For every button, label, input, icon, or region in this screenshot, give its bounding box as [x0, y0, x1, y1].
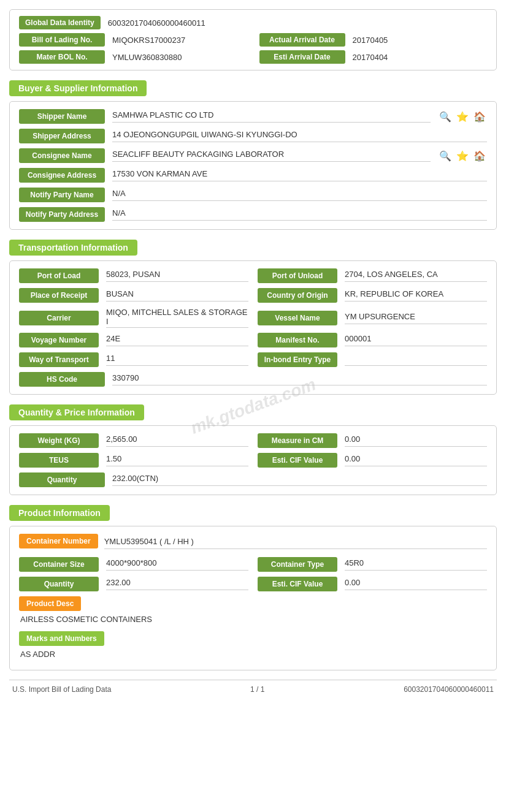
- port-of-unload-col: Port of Unload 2704, LOS ANGELES, CA: [258, 268, 487, 283]
- container-type-col: Container Type 45R0: [258, 557, 487, 572]
- bill-of-lading-value: MIQOKRS17000237: [112, 36, 185, 45]
- voyage-manifest-row: Voyage Number 24E Manifest No. 000001: [19, 333, 487, 347]
- product-quantity-label: Quantity: [19, 577, 99, 591]
- consignee-name-icons: 🔍 ⭐ 🏠: [435, 148, 487, 163]
- esti-arrival-date-pair: Esti Arrival Date 20170404: [259, 50, 488, 64]
- measure-col: Measure in CM 0.00: [258, 433, 487, 448]
- global-data-identity-row: Global Data Identity 6003201704060000460…: [19, 16, 487, 29]
- container-type-value: 45R0: [345, 558, 487, 571]
- shipper-name-value: SAMHWA PLASTIC CO LTD: [112, 110, 431, 123]
- footer-center: 1 / 1: [250, 685, 264, 694]
- notify-party-address-label: Notify Party Address: [19, 207, 105, 222]
- home-icon[interactable]: 🏠: [472, 109, 487, 124]
- manifest-no-col: Manifest No. 000001: [258, 333, 487, 347]
- voyage-number-value: 24E: [106, 334, 248, 346]
- quantity-row: Quantity 232.00(CTN): [19, 472, 487, 487]
- container-number-label[interactable]: Container Number: [19, 534, 98, 548]
- notify-party-name-label: Notify Party Name: [19, 188, 105, 202]
- master-bol-row: Mater BOL No. YMLUW360830880 Esti Arriva…: [19, 50, 487, 64]
- product-info-section: Product Information Container Number YML…: [9, 504, 497, 670]
- footer-right: 6003201704060000460011: [404, 685, 494, 694]
- port-of-load-label: Port of Load: [19, 268, 99, 283]
- hs-code-row: HS Code 330790: [19, 372, 487, 387]
- quantity-price-title-wrapper: Quantity & Price Information: [9, 404, 497, 419]
- notify-party-name-value: N/A: [112, 189, 487, 201]
- product-esti-cif-label: Esti. CIF Value: [258, 577, 337, 591]
- notify-party-address-row: Notify Party Address N/A: [19, 207, 487, 222]
- buyer-supplier-title-wrapper: Buyer & Supplier Information: [9, 80, 497, 95]
- consignee-address-label: Consignee Address: [19, 168, 105, 183]
- marks-numbers-value: AS ADDR: [19, 650, 487, 659]
- star-icon-2[interactable]: ⭐: [455, 148, 470, 163]
- marks-numbers-label[interactable]: Marks and Numbers: [19, 631, 104, 646]
- country-of-origin-label: Country of Origin: [258, 288, 337, 303]
- identity-section: Global Data Identity 6003201704060000460…: [9, 9, 497, 70]
- consignee-address-value: 17530 VON KARMAN AVE: [112, 169, 487, 181]
- country-of-origin-value: KR, REPUBLIC OF KOREA: [345, 289, 487, 302]
- shipper-name-label: Shipper Name: [19, 109, 105, 124]
- port-of-unload-value: 2704, LOS ANGELES, CA: [345, 270, 487, 282]
- transportation-info: Port of Load 58023, PUSAN Port of Unload…: [9, 260, 497, 395]
- carrier-col: Carrier MIQO, MITCHELL SALES & STORAGE I: [19, 308, 248, 328]
- teus-label: TEUS: [19, 453, 99, 468]
- buyer-supplier-title: Buyer & Supplier Information: [9, 80, 147, 96]
- quantity-price-section: Quantity & Price Information Weight (KG)…: [9, 404, 497, 495]
- star-icon[interactable]: ⭐: [455, 109, 470, 124]
- port-row: Port of Load 58023, PUSAN Port of Unload…: [19, 268, 487, 283]
- quantity-price-title: Quantity & Price Information: [9, 404, 144, 420]
- way-of-transport-label: Way of Transport: [19, 352, 99, 367]
- weight-label: Weight (KG): [19, 433, 99, 448]
- carrier-label: Carrier: [19, 311, 99, 325]
- voyage-number-label: Voyage Number: [19, 333, 99, 347]
- weight-measure-row: Weight (KG) 2,565.00 Measure in CM 0.00: [19, 433, 487, 448]
- consignee-name-label: Consignee Name: [19, 148, 105, 163]
- shipper-name-icons: 🔍 ⭐ 🏠: [435, 109, 487, 124]
- vessel-name-value: YM UPSURGENCE: [345, 312, 487, 324]
- actual-arrival-date-pair: Actual Arrival Date 20170405: [259, 33, 488, 47]
- transport-inbond-row: Way of Transport 11 In-bond Entry Type: [19, 352, 487, 367]
- esti-cif-value-value: 0.00: [345, 454, 487, 466]
- master-bol-value: YMLUW360830880: [112, 53, 182, 62]
- shipper-address-row: Shipper Address 14 OJEONGONGUPGIL UIWANG…: [19, 129, 487, 143]
- master-bol-pair: Mater BOL No. YMLUW360830880: [19, 50, 247, 64]
- place-of-receipt-col: Place of Receipt BUSAN: [19, 288, 248, 303]
- container-size-col: Container Size 4000*900*800: [19, 557, 248, 572]
- quantity-label: Quantity: [19, 472, 105, 487]
- product-info-title: Product Information: [9, 505, 110, 521]
- esti-arrival-date-value: 20170404: [353, 53, 388, 62]
- hs-code-value: 330790: [112, 373, 487, 385]
- teus-col: TEUS 1.50: [19, 453, 248, 468]
- in-bond-entry-label: In-bond Entry Type: [258, 352, 337, 367]
- bill-of-lading-row: Bill of Lading No. MIQOKRS17000237 Actua…: [19, 33, 487, 47]
- esti-arrival-date-label: Esti Arrival Date: [259, 50, 345, 64]
- home-icon-2[interactable]: 🏠: [472, 148, 487, 163]
- product-desc-value: AIRLESS COSMETIC CONTAINERS: [19, 615, 487, 624]
- teus-value: 1.50: [106, 454, 248, 466]
- product-quantity-col: Quantity 232.00: [19, 577, 248, 591]
- search-icon[interactable]: 🔍: [438, 109, 453, 124]
- buyer-supplier-info: Shipper Name SAMHWA PLASTIC CO LTD 🔍 ⭐ 🏠…: [9, 101, 497, 230]
- shipper-address-value: 14 OJEONGONGUPGIL UIWANG-SI KYUNGGI-DO: [112, 130, 487, 142]
- place-of-receipt-value: BUSAN: [106, 289, 248, 302]
- transportation-section: Transportation Information Port of Load …: [9, 239, 497, 395]
- page-footer: U.S. Import Bill of Lading Data 1 / 1 60…: [9, 680, 497, 694]
- product-info-content: Container Number YMLU5395041 ( /L / HH )…: [9, 526, 497, 670]
- buyer-supplier-section: Buyer & Supplier Information Shipper Nam…: [9, 80, 497, 230]
- product-desc-block: Product Desc AIRLESS COSMETIC CONTAINERS: [19, 596, 487, 624]
- bill-of-lading-label: Bill of Lading No.: [19, 33, 105, 47]
- product-esti-cif-col: Esti. CIF Value 0.00: [258, 577, 487, 591]
- vessel-name-label: Vessel Name: [258, 311, 337, 325]
- carrier-vessel-row: Carrier MIQO, MITCHELL SALES & STORAGE I…: [19, 308, 487, 328]
- container-size-label: Container Size: [19, 557, 99, 572]
- esti-cif-col: Esti. CIF Value 0.00: [258, 453, 487, 468]
- product-quantity-value: 232.00: [106, 578, 248, 590]
- port-of-load-value: 58023, PUSAN: [106, 270, 248, 282]
- search-icon-2[interactable]: 🔍: [438, 148, 453, 163]
- container-number-value: YMLU5395041 ( /L / HH ): [104, 537, 487, 549]
- carrier-value: MIQO, MITCHELL SALES & STORAGE I: [106, 308, 248, 328]
- receipt-origin-row: Place of Receipt BUSAN Country of Origin…: [19, 288, 487, 303]
- shipper-address-label: Shipper Address: [19, 129, 105, 143]
- actual-arrival-date-value: 20170405: [353, 36, 388, 45]
- product-desc-label[interactable]: Product Desc: [19, 596, 81, 611]
- weight-col: Weight (KG) 2,565.00: [19, 433, 248, 448]
